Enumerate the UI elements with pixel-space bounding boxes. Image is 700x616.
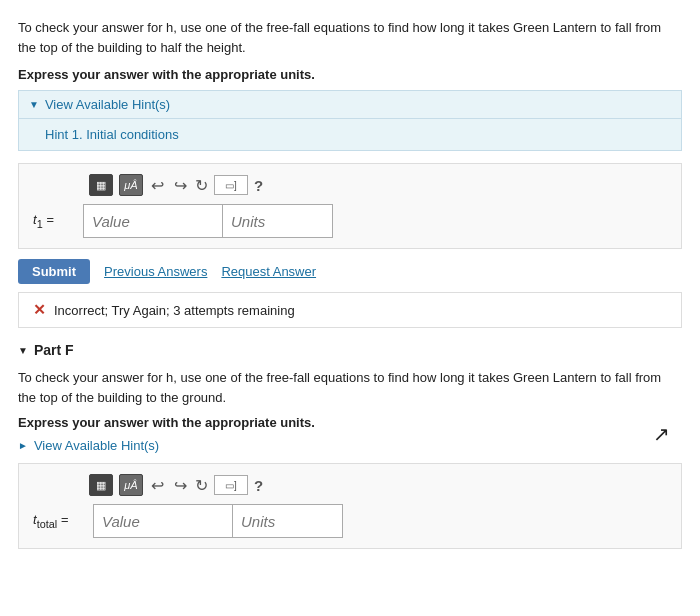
answer-section-e: ▦ μÂ ↩ ↪ ↻ ▭⁠] ? t1 =	[18, 163, 682, 249]
value-input-f[interactable]	[93, 504, 233, 538]
express-units-label: Express your answer with the appropriate…	[18, 67, 682, 82]
part-f-intro-text: To check your answer for h, use one of t…	[18, 368, 682, 407]
hint-section: ▼ View Available Hint(s) Hint 1. Initial…	[18, 90, 682, 151]
hint-label: View Available Hint(s)	[45, 97, 170, 112]
units-input-e[interactable]	[223, 204, 333, 238]
part-f-hint-label: View Available Hint(s)	[34, 438, 159, 453]
hint-toggle[interactable]: ▼ View Available Hint(s)	[19, 91, 681, 118]
grid-icon-f[interactable]: ▦	[89, 474, 113, 496]
submit-button[interactable]: Submit	[18, 259, 90, 284]
help-button[interactable]: ?	[254, 177, 263, 194]
undo-button-f[interactable]: ↩	[149, 476, 166, 495]
refresh-button-f[interactable]: ↻	[195, 476, 208, 495]
redo-button[interactable]: ↪	[172, 176, 189, 195]
refresh-button[interactable]: ↻	[195, 176, 208, 195]
part-f-express-units: Express your answer with the appropriate…	[18, 415, 682, 430]
help-button-f[interactable]: ?	[254, 477, 263, 494]
toolbar: ▦ μÂ ↩ ↪ ↻ ▭⁠] ?	[89, 174, 667, 196]
value-input-e[interactable]	[83, 204, 223, 238]
units-input-f[interactable]	[233, 504, 343, 538]
format-box[interactable]: ▭⁠]	[214, 175, 248, 195]
hint1-label: Hint 1.	[45, 127, 83, 142]
part-f-label: Part F	[34, 342, 74, 358]
redo-button-f[interactable]: ↪	[172, 476, 189, 495]
previous-answers-button[interactable]: Previous Answers	[104, 264, 207, 279]
part-f-arrow-icon: ▼	[18, 345, 28, 356]
hint1-detail: Initial conditions	[86, 127, 179, 142]
error-box: ✕ Incorrect; Try Again; 3 attempts remai…	[18, 292, 682, 328]
error-icon: ✕	[33, 301, 46, 319]
answer-section-f: ▦ μÂ ↩ ↪ ↻ ▭⁠] ? ttotal =	[18, 463, 682, 549]
toolbar-f: ▦ μÂ ↩ ↪ ↻ ▭⁠] ?	[89, 474, 667, 496]
format-box-f[interactable]: ▭⁠]	[214, 475, 248, 495]
mu-icon-f[interactable]: μÂ	[119, 474, 143, 496]
grid-icon[interactable]: ▦	[89, 174, 113, 196]
undo-button[interactable]: ↩	[149, 176, 166, 195]
part-f-hint-toggle[interactable]: ► View Available Hint(s)	[18, 438, 682, 453]
error-text: Incorrect; Try Again; 3 attempts remaini…	[54, 303, 295, 318]
request-answer-button[interactable]: Request Answer	[221, 264, 316, 279]
button-row-e: Submit Previous Answers Request Answer	[18, 259, 682, 284]
part-f-hint-arrow-icon: ►	[18, 440, 28, 451]
hint-arrow-icon: ▼	[29, 99, 39, 110]
intro-text-part-e: To check your answer for h, use one of t…	[18, 18, 682, 57]
hint-content: Hint 1. Initial conditions	[19, 118, 681, 150]
mu-icon[interactable]: μÂ	[119, 174, 143, 196]
input-row-f: ttotal =	[33, 504, 667, 538]
input-row-e: t1 =	[33, 204, 667, 238]
t1-label: t1 =	[33, 212, 83, 230]
ttotal-label: ttotal =	[33, 512, 93, 530]
part-f-header[interactable]: ▼ Part F	[18, 342, 682, 358]
